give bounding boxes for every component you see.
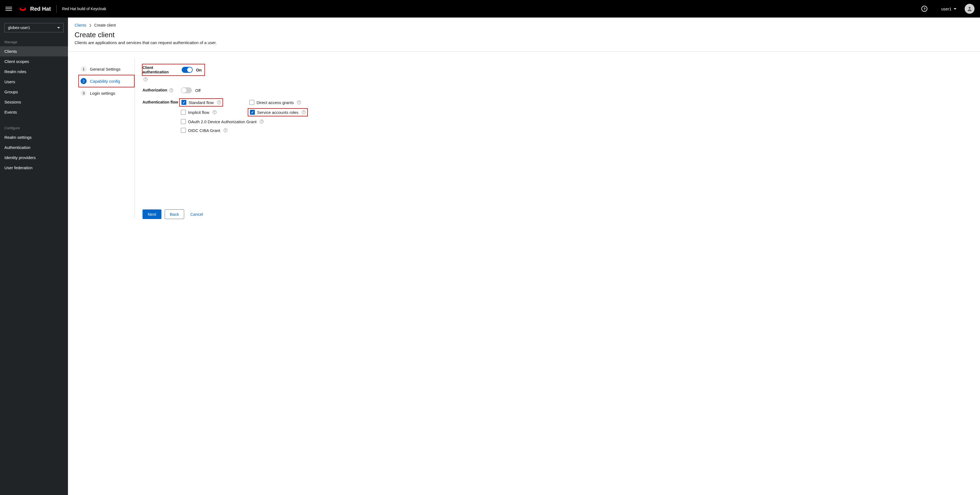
authorization-toggle[interactable] xyxy=(181,87,192,94)
wizard-step-capability[interactable]: 2 Capability config xyxy=(78,75,135,87)
help-icon[interactable]: ? xyxy=(302,110,305,114)
sidebar-item-realm-settings[interactable]: Realm settings xyxy=(0,132,68,142)
hamburger-icon[interactable] xyxy=(5,5,12,12)
sidebar-item-sessions[interactable]: Sessions xyxy=(0,97,68,107)
checkbox-oauth-device[interactable] xyxy=(181,119,186,124)
help-icon[interactable]: ? xyxy=(224,129,228,132)
back-button[interactable]: Back xyxy=(165,209,184,219)
checkbox-oidc-ciba[interactable] xyxy=(181,128,186,133)
checkbox-service[interactable] xyxy=(250,110,255,115)
breadcrumb-parent[interactable]: Clients xyxy=(75,23,86,27)
authorization-value: Off xyxy=(195,88,200,93)
caret-down-icon xyxy=(954,8,956,10)
help-icon[interactable]: ? xyxy=(213,110,216,114)
user-menu[interactable]: user1 xyxy=(941,6,956,11)
sidebar-item-client-scopes[interactable]: Client scopes xyxy=(0,56,68,67)
client-auth-toggle[interactable] xyxy=(182,67,192,73)
user-icon xyxy=(967,6,973,12)
sidebar-item-realm-roles[interactable]: Realm roles xyxy=(0,67,68,77)
sidebar-item-clients[interactable]: Clients xyxy=(0,46,68,56)
help-icon[interactable]: ? xyxy=(297,100,301,104)
flow-direct[interactable]: Direct access grants? xyxy=(250,99,321,105)
sidebar-item-events[interactable]: Events xyxy=(0,107,68,117)
sidebar-heading-configure: Configure xyxy=(0,124,68,132)
help-icon[interactable]: ? xyxy=(169,89,173,92)
wizard-footer: Next Back Cancel xyxy=(143,209,332,219)
authorization-label: Authorization ? xyxy=(143,87,181,92)
brand-text: Red Hat xyxy=(30,6,51,12)
client-auth-value: On xyxy=(196,68,202,72)
wizard-body: Client authentication On ? Authorization… xyxy=(135,58,332,219)
help-icon[interactable]: ? xyxy=(921,6,928,12)
avatar[interactable] xyxy=(965,4,975,14)
flow-standard[interactable]: Standard flow? xyxy=(181,99,244,105)
flow-oauth-device[interactable]: OAuth 2.0 Device Authorization Grant? xyxy=(181,119,321,124)
sidebar-item-identity-providers[interactable]: Identity providers xyxy=(0,152,68,163)
sidebar-item-groups[interactable]: Groups xyxy=(0,87,68,97)
page-description: Clients are applications and services th… xyxy=(75,40,974,45)
header-divider xyxy=(56,5,57,13)
page-title: Create client xyxy=(75,31,974,39)
sidebar-item-user-federation[interactable]: User federation xyxy=(0,163,68,173)
brand-logo[interactable]: Red Hat xyxy=(19,6,51,12)
client-auth-label: Client authentication On ? xyxy=(143,63,181,81)
svg-point-1 xyxy=(21,7,25,9)
checkbox-implicit[interactable] xyxy=(181,110,186,115)
wizard-step-general[interactable]: 1 General Settings xyxy=(79,63,135,75)
sidebar-item-authentication[interactable]: Authentication xyxy=(0,142,68,152)
username: user1 xyxy=(941,6,951,11)
main-content: Clients ❯ Create client Create client Cl… xyxy=(68,17,980,495)
realm-name: globex-user1 xyxy=(8,25,30,30)
realm-selector[interactable]: globex-user1 xyxy=(5,23,64,32)
sidebar-heading-manage: Manage xyxy=(0,38,68,46)
breadcrumb-current: Create client xyxy=(94,23,116,27)
app-header: Red Hat Red Hat build of Keycloak ? user… xyxy=(0,0,980,17)
svg-point-2 xyxy=(969,7,970,9)
flow-oidc-ciba[interactable]: OIDC CIBA Grant? xyxy=(181,128,321,133)
help-icon[interactable]: ? xyxy=(143,78,148,81)
flow-service[interactable]: Service accounts roles? xyxy=(250,109,321,115)
sidebar-item-users[interactable]: Users xyxy=(0,77,68,87)
help-icon[interactable]: ? xyxy=(260,120,264,124)
divider xyxy=(68,51,980,52)
chevron-right-icon: ❯ xyxy=(89,24,92,27)
breadcrumb: Clients ❯ Create client xyxy=(75,23,974,27)
wizard-nav: 1 General Settings 2 Capability config 3… xyxy=(75,58,135,219)
redhat-icon xyxy=(19,6,27,12)
wizard-step-login[interactable]: 3 Login settings xyxy=(79,87,135,99)
product-name: Red Hat build of Keycloak xyxy=(62,6,106,11)
help-icon[interactable]: ? xyxy=(217,100,221,104)
checkbox-standard[interactable] xyxy=(181,100,186,105)
sidebar: globex-user1 Manage Clients Client scope… xyxy=(0,17,68,495)
checkbox-direct[interactable] xyxy=(250,100,254,105)
auth-flow-label: Authentication flow xyxy=(143,99,181,104)
caret-down-icon xyxy=(57,27,60,29)
cancel-button[interactable]: Cancel xyxy=(188,210,206,219)
flow-implicit[interactable]: Implicit flow? xyxy=(181,109,244,115)
next-button[interactable]: Next xyxy=(143,209,161,219)
